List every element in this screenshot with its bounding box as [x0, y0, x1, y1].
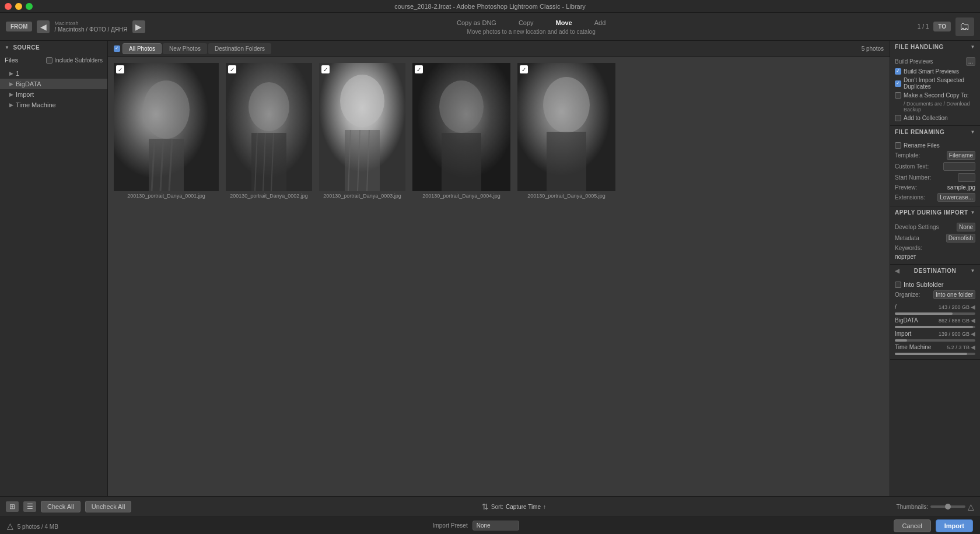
mode-copy-dng[interactable]: Copy as DNG — [454, 18, 499, 27]
include-subfolders-checkbox[interactable] — [46, 57, 52, 64]
tree-item-1[interactable]: ▶ 1 — [0, 68, 107, 79]
apply-during-import-title: Apply During Import — [895, 209, 968, 216]
organizer-row: Organize: Into one folder — [895, 289, 975, 300]
custom-text-label: Custom Text: — [895, 163, 929, 170]
window-controls[interactable] — [5, 3, 33, 10]
uncheck-all-button[interactable]: Uncheck All — [85, 501, 131, 512]
disk-arrow-timemachine[interactable]: ◀ — [971, 344, 975, 350]
destination-header[interactable]: ◀ Destination ▼ — [890, 265, 980, 277]
svg-point-1 — [143, 80, 190, 139]
build-previews-label: Build Previews — [895, 58, 933, 65]
maximize-button[interactable] — [26, 3, 33, 10]
thumbnail-slider[interactable] — [930, 505, 965, 508]
all-photos-checkbox[interactable] — [114, 45, 120, 52]
file-renaming-content: Rename Files Template: Filename Custom T… — [890, 138, 980, 206]
photo-checkbox-2[interactable]: ✓ — [228, 65, 236, 73]
file-handling-arrow: ▼ — [971, 44, 975, 50]
tab-destination-folders[interactable]: Destination Folders — [208, 43, 271, 54]
disk-info-import: 139 / 900 GB — [939, 331, 970, 337]
progress-fill-root — [895, 312, 953, 315]
tree-arrow-bigdata: ▶ — [9, 81, 13, 87]
build-previews-row: Build Previews ... — [895, 56, 975, 67]
tab-all-photos[interactable]: All Photos — [123, 43, 162, 54]
disk-arrow-bigdata[interactable]: ◀ — [971, 317, 975, 324]
nav-arrow-right[interactable]: ▶ — [132, 20, 145, 33]
tree-item-bigdata[interactable]: ▶ BigDATA — [0, 79, 107, 89]
photo-name-4: 200130_portrait_Danya_0004.jpg — [422, 193, 501, 199]
organizer-dropdown[interactable]: Into one folder — [933, 290, 975, 299]
mode-move[interactable]: Move — [554, 18, 575, 27]
import-modes: Copy as DNG Copy Move Add — [454, 18, 608, 27]
photo-checkbox-5[interactable]: ✓ — [520, 65, 528, 73]
title-bar: course_2018-2.lrcat - Adobe Photoshop Li… — [0, 0, 980, 13]
build-smart-previews-cb[interactable] — [895, 68, 901, 75]
apply-during-import-header[interactable]: Apply During Import ▼ — [890, 206, 980, 219]
tree-label-timemachine: Time Machine — [16, 101, 56, 108]
check-all-button[interactable]: Check All — [41, 501, 80, 512]
file-handling-header[interactable]: File Handling ▼ — [890, 41, 980, 53]
progress-fill-timemachine — [895, 353, 967, 355]
build-previews-dropdown[interactable]: ... — [966, 57, 975, 66]
photo-checkbox-4[interactable]: ✓ — [415, 65, 423, 73]
close-button[interactable] — [5, 3, 12, 10]
view-list-button[interactable]: ☰ — [23, 501, 36, 512]
photo-checkbox-3[interactable]: ✓ — [321, 65, 330, 73]
file-renaming-arrow: ▼ — [971, 129, 975, 135]
into-subfolder-cb[interactable] — [895, 282, 901, 288]
start-number-input[interactable] — [958, 173, 975, 182]
import-preset-dropdown[interactable]: None — [473, 521, 519, 531]
import-button[interactable]: Import — [936, 519, 973, 532]
dont-import-label: Don't Import Suspected Duplicates — [904, 77, 975, 90]
disk-arrow-import[interactable]: ◀ — [971, 331, 975, 337]
tree-item-import[interactable]: ▶ Import — [0, 89, 107, 100]
metadata-dropdown[interactable]: Demofish — [946, 234, 975, 243]
tree-label-bigdata: BigDATA — [16, 80, 41, 87]
custom-text-input[interactable] — [943, 162, 975, 171]
metadata-row: Metadata Demofish — [895, 233, 975, 244]
import-description: Move photos to a new location and add to… — [454, 29, 608, 35]
tree-arrow-timemachine: ▶ — [9, 102, 13, 108]
photos-grid: ✓ — [108, 57, 890, 496]
footer-center: Import Preset None — [433, 521, 519, 531]
keywords-label: Keywords: — [895, 244, 975, 252]
second-copy-cb[interactable] — [895, 92, 901, 99]
photo-thumb-4 — [412, 63, 510, 191]
minimize-button[interactable] — [15, 3, 22, 10]
list-item: ✓ — [412, 63, 510, 199]
tree-item-timemachine[interactable]: ▶ Time Machine — [0, 100, 107, 110]
apply-during-import-content: Develop Settings None Metadata Demofish … — [890, 219, 980, 264]
nav-arrow-left[interactable]: ◀ — [37, 20, 50, 33]
cancel-button[interactable]: Cancel — [894, 519, 931, 532]
apply-during-import-arrow: ▼ — [971, 210, 975, 215]
tab-new-photos[interactable]: New Photos — [163, 43, 207, 54]
rename-files-cb[interactable] — [895, 142, 901, 149]
template-dropdown[interactable]: Filename — [947, 151, 975, 160]
dont-import-cb[interactable] — [895, 80, 901, 87]
window-title: course_2018-2.lrcat - Adobe Photoshop Li… — [394, 3, 586, 10]
files-label: Files — [5, 57, 18, 64]
sort-direction-icon[interactable]: ↑ — [543, 504, 546, 510]
mode-copy[interactable]: Copy — [516, 18, 536, 27]
file-renaming-header[interactable]: File Renaming ▼ — [890, 126, 980, 138]
second-copy-label: Make a Second Copy To: — [904, 92, 969, 99]
progress-bar-bigdata — [895, 326, 975, 328]
keywords-value: портрет — [895, 252, 975, 261]
add-collection-row: Add to Collection — [895, 114, 975, 122]
add-collection-cb[interactable] — [895, 115, 901, 121]
photo-info: 5 photos / 4 MB — [18, 524, 58, 530]
svg-point-22 — [543, 77, 590, 133]
photo-name-5: 200130_portrait_Danya_0005.jpg — [527, 193, 606, 199]
from-badge: FROM — [6, 22, 32, 31]
develop-settings-dropdown[interactable]: None — [957, 223, 975, 231]
mode-add[interactable]: Add — [592, 18, 608, 27]
disk-arrow-root[interactable]: ◀ — [971, 304, 975, 310]
main-layout: ▼ Source Files Include Subfolders ▶ 1 ▶ … — [0, 41, 980, 496]
build-smart-previews-row: Build Smart Previews — [895, 67, 975, 76]
view-grid-button[interactable]: ⊞ — [6, 501, 19, 512]
sort-value[interactable]: Capture Time — [506, 504, 541, 510]
filter-tabs: All Photos New Photos Destination Folder… — [123, 43, 271, 54]
photo-checkbox-1[interactable]: ✓ — [116, 65, 124, 73]
expand-icon[interactable]: △ — [7, 521, 13, 531]
extension-dropdown[interactable]: Lowercase... — [937, 193, 975, 202]
slider-thumb[interactable] — [945, 504, 951, 510]
